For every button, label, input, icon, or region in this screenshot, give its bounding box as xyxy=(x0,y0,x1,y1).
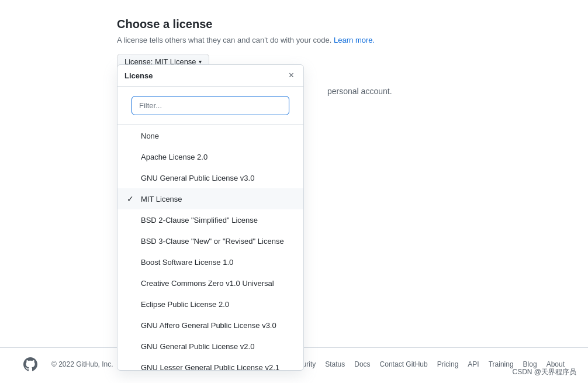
main-content: Choose a license A license tells others … xyxy=(0,0,588,70)
subtitle-text: A license tells others what they can and… xyxy=(117,36,331,44)
footer-link-status[interactable]: Status xyxy=(325,360,345,368)
license-item-lgpl-v21[interactable]: GNU Lesser General Public License v2.1 xyxy=(117,357,303,370)
dropdown-title: License xyxy=(124,71,153,80)
license-item-gpl-v3[interactable]: GNU General Public License v3.0 xyxy=(117,167,303,188)
license-label-gpl-v2: GNU General Public License v2.0 xyxy=(141,342,294,351)
filter-container xyxy=(117,87,303,125)
page-title: Choose a license xyxy=(117,18,588,31)
bg-text: personal account. xyxy=(327,87,392,96)
footer-link-pricing[interactable]: Pricing xyxy=(437,360,459,368)
license-label-cc0: Creative Commons Zero v1.0 Universal xyxy=(141,279,294,288)
license-item-bsd-3[interactable]: BSD 3-Clause "New" or "Revised" License xyxy=(117,230,303,251)
license-label-mit: MIT License xyxy=(141,195,294,203)
license-label-gpl-v3: GNU General Public License v3.0 xyxy=(141,174,294,182)
csdn-watermark: CSDN @天界程序员 xyxy=(512,367,576,377)
license-label-lgpl-v21: GNU Lesser General Public License v2.1 xyxy=(141,363,294,371)
license-label-epl-2: Eclipse Public License 2.0 xyxy=(141,300,294,309)
license-label-boost: Boost Software License 1.0 xyxy=(141,258,294,267)
footer-link-contact[interactable]: Contact GitHub xyxy=(380,360,428,368)
license-item-boost[interactable]: Boost Software License 1.0 xyxy=(117,251,303,272)
license-label-apache-2: Apache License 2.0 xyxy=(141,153,294,161)
license-label-bsd-3: BSD 3-Clause "New" or "Revised" License xyxy=(141,237,294,246)
github-icon xyxy=(23,357,37,371)
license-item-gpl-v2[interactable]: GNU General Public License v2.0 xyxy=(117,336,303,357)
license-item-agpl-v3[interactable]: GNU Affero General Public License v3.0 xyxy=(117,315,303,336)
license-item-apache-2[interactable]: Apache License 2.0 xyxy=(117,146,303,167)
footer-link-training[interactable]: Training xyxy=(489,360,514,368)
license-item-cc0[interactable]: Creative Commons Zero v1.0 Universal xyxy=(117,272,303,294)
dropdown-header: License × xyxy=(117,65,303,87)
learn-more-link[interactable]: Learn more. xyxy=(334,36,375,44)
close-button[interactable]: × xyxy=(286,70,296,81)
footer-link-docs[interactable]: Docs xyxy=(354,360,370,368)
footer-copyright: © 2022 GitHub, Inc. xyxy=(51,360,113,368)
license-list: NoneApache License 2.0GNU General Public… xyxy=(117,125,303,370)
github-logo xyxy=(23,357,37,371)
footer-link-api[interactable]: API xyxy=(468,360,479,368)
license-label-agpl-v3: GNU Affero General Public License v3.0 xyxy=(141,321,294,330)
page-subtitle: A license tells others what they can and… xyxy=(117,36,588,44)
filter-input[interactable] xyxy=(132,96,289,115)
license-item-epl-2[interactable]: Eclipse Public License 2.0 xyxy=(117,294,303,315)
check-icon-mit: ✓ xyxy=(127,194,136,203)
license-label-bsd-2: BSD 2-Clause "Simplified" License xyxy=(141,216,294,225)
license-label-none: None xyxy=(141,132,294,140)
license-item-bsd-2[interactable]: BSD 2-Clause "Simplified" License xyxy=(117,209,303,230)
license-item-mit[interactable]: ✓MIT License xyxy=(117,188,303,209)
license-item-none[interactable]: None xyxy=(117,125,303,146)
license-dropdown-panel: License × NoneApache License 2.0GNU Gene… xyxy=(117,64,304,371)
